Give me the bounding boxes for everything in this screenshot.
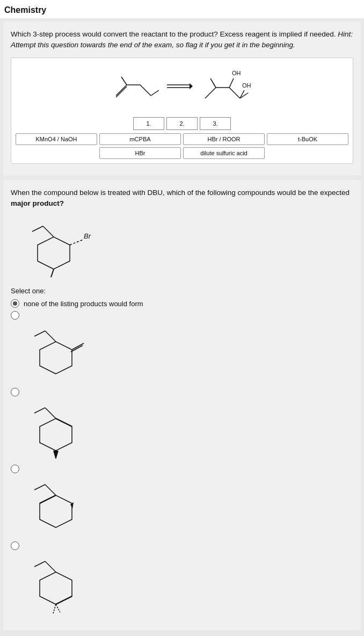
svg-line-13 — [210, 78, 216, 88]
option-4-molecule — [24, 553, 353, 619]
svg-line-41 — [34, 561, 45, 567]
svg-line-9 — [205, 88, 216, 98]
svg-marker-8 — [190, 83, 193, 89]
svg-line-26 — [34, 331, 45, 336]
option-2-svg — [24, 400, 99, 459]
step-1-box[interactable]: 1. — [133, 117, 164, 130]
svg-line-23 — [51, 269, 54, 277]
question-1-card: Which 3-step process would convert the r… — [3, 21, 361, 176]
svg-line-43 — [53, 604, 56, 613]
option-0-row[interactable]: none of the listing products would form — [11, 299, 353, 308]
compound-molecule: Br — [21, 215, 353, 281]
reagent-hbr-roor[interactable]: HBr / ROOR — [183, 133, 265, 145]
svg-line-11 — [229, 88, 240, 98]
svg-line-21 — [70, 240, 83, 245]
svg-line-14 — [229, 78, 234, 88]
svg-line-2 — [140, 85, 151, 96]
svg-text:OH: OH — [242, 82, 251, 89]
question-2-text: When the compound below is treated with … — [11, 187, 353, 209]
reagent-hbr[interactable]: HBr — [99, 147, 181, 159]
option-3-svg — [24, 476, 99, 536]
option-0-text: none of the listing products would form — [24, 300, 143, 308]
dbu-compound-svg: Br — [21, 215, 97, 280]
svg-line-44 — [56, 604, 60, 612]
option-3-molecule — [24, 476, 353, 537]
reaction-diagram: OH OH — [16, 63, 348, 112]
svg-line-19 — [43, 226, 54, 237]
reagent-empty-2 — [267, 147, 348, 159]
svg-line-28 — [71, 345, 83, 352]
option-4-row[interactable] — [11, 541, 353, 550]
select-label: Select one: — [11, 287, 353, 295]
svg-line-27 — [72, 343, 84, 350]
reagent-empty-1 — [16, 147, 97, 159]
svg-line-5 — [116, 86, 127, 97]
product-molecule: OH OH — [197, 63, 256, 112]
svg-marker-33 — [53, 451, 59, 459]
option-3-row[interactable] — [11, 465, 353, 473]
option-1-molecule — [24, 323, 353, 384]
svg-line-37 — [40, 495, 56, 503]
reaction-area: OH OH 1. 2. 3. KMnO4 / NaOH mCPBA HBr / … — [11, 57, 353, 164]
reagent-dilute-sulfuric[interactable]: dilute sulfuric acid — [183, 147, 265, 159]
svg-marker-18 — [38, 237, 70, 269]
question-2-card: When the compound below is treated with … — [3, 180, 361, 631]
svg-marker-24 — [40, 342, 72, 374]
svg-line-42 — [56, 596, 72, 604]
radio-option-3[interactable] — [11, 465, 19, 473]
radio-option-2[interactable] — [11, 388, 19, 396]
svg-line-4 — [121, 77, 127, 85]
svg-line-36 — [34, 485, 45, 490]
radio-option-4[interactable] — [11, 541, 19, 550]
reagent-kmno4[interactable]: KMnO4 / NaOH — [16, 133, 97, 145]
svg-marker-34 — [40, 495, 72, 527]
svg-line-3 — [151, 90, 159, 96]
question-1-text: Which 3-step process would convert the r… — [11, 29, 353, 51]
svg-line-30 — [45, 408, 56, 418]
svg-text:Br: Br — [84, 232, 91, 240]
reactant-molecule — [108, 66, 162, 109]
reaction-arrow — [166, 80, 193, 96]
option-1-row[interactable] — [11, 311, 353, 320]
svg-marker-39 — [40, 572, 72, 604]
svg-line-25 — [45, 331, 56, 342]
step-2-box[interactable]: 2. — [166, 117, 198, 130]
svg-line-40 — [45, 561, 56, 572]
svg-text:OH: OH — [232, 70, 241, 76]
option-2-row[interactable] — [11, 388, 353, 396]
option-1-svg — [24, 323, 99, 382]
radio-option-1[interactable] — [11, 311, 19, 320]
svg-marker-29 — [40, 418, 72, 451]
step-3-box[interactable]: 3. — [200, 117, 231, 130]
reagent-tbuok[interactable]: t-BuOK — [267, 133, 348, 145]
radio-option-0[interactable] — [11, 299, 19, 308]
step-boxes: 1. 2. 3. — [16, 117, 348, 130]
option-4-svg — [24, 553, 99, 618]
svg-line-20 — [32, 226, 43, 232]
svg-line-0 — [116, 85, 127, 96]
option-2-molecule — [24, 400, 353, 460]
reagents-row-2: HBr dilute sulfuric acid — [16, 147, 348, 159]
svg-line-31 — [34, 408, 45, 413]
reagents-row-1: KMnO4 / NaOH mCPBA HBr / ROOR t-BuOK — [16, 133, 348, 145]
svg-line-32 — [56, 418, 72, 427]
reagent-mcpba[interactable]: mCPBA — [99, 133, 181, 145]
svg-line-35 — [45, 485, 56, 495]
page-title: Chemistry — [0, 0, 364, 18]
